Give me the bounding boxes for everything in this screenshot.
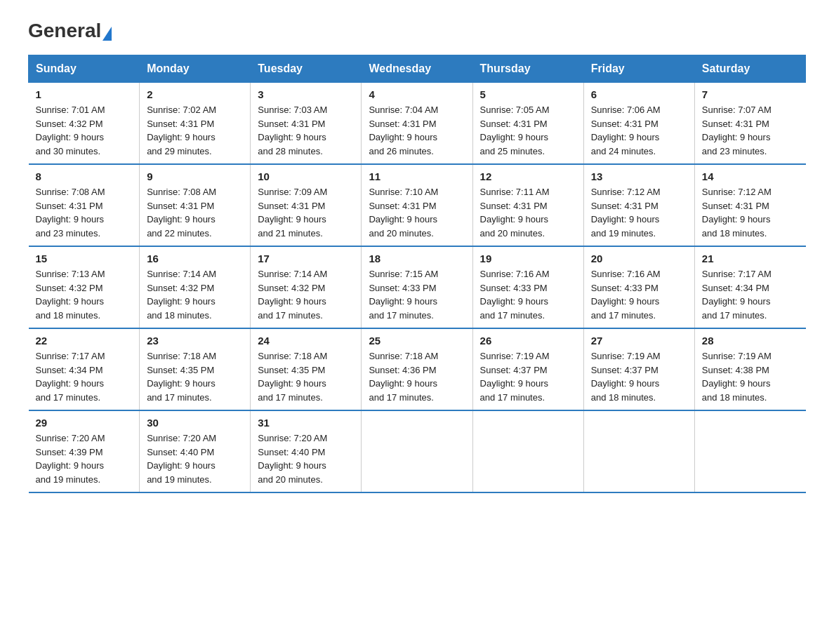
calendar-cell: 18Sunrise: 7:15 AMSunset: 4:33 PMDayligh… <box>362 246 472 328</box>
day-info: Sunrise: 7:16 AMSunset: 4:33 PMDaylight:… <box>480 267 576 322</box>
day-number: 30 <box>147 417 243 429</box>
calendar-cell: 29Sunrise: 7:20 AMSunset: 4:39 PMDayligh… <box>29 410 140 492</box>
day-info: Sunrise: 7:02 AMSunset: 4:31 PMDaylight:… <box>147 103 243 158</box>
calendar-cell: 6Sunrise: 7:06 AMSunset: 4:31 PMDaylight… <box>583 83 694 165</box>
day-number: 23 <box>147 335 243 347</box>
day-number: 24 <box>258 335 354 347</box>
calendar-cell: 13Sunrise: 7:12 AMSunset: 4:31 PMDayligh… <box>583 164 694 246</box>
day-number: 13 <box>591 170 687 182</box>
day-number: 14 <box>702 170 799 182</box>
calendar-cell: 3Sunrise: 7:03 AMSunset: 4:31 PMDaylight… <box>251 83 362 165</box>
calendar-cell: 7Sunrise: 7:07 AMSunset: 4:31 PMDaylight… <box>694 83 805 165</box>
day-number: 20 <box>591 253 687 264</box>
day-info: Sunrise: 7:03 AMSunset: 4:31 PMDaylight:… <box>258 103 354 158</box>
day-number: 6 <box>591 88 687 100</box>
calendar-cell <box>362 410 472 492</box>
day-info: Sunrise: 7:13 AMSunset: 4:32 PMDaylight:… <box>36 267 133 322</box>
weekday-header-sunday: Sunday <box>29 55 140 83</box>
day-info: Sunrise: 7:07 AMSunset: 4:31 PMDaylight:… <box>702 103 799 158</box>
calendar-cell: 20Sunrise: 7:16 AMSunset: 4:33 PMDayligh… <box>583 246 694 328</box>
calendar-cell: 11Sunrise: 7:10 AMSunset: 4:31 PMDayligh… <box>362 164 472 246</box>
day-number: 2 <box>147 88 243 100</box>
calendar-cell: 9Sunrise: 7:08 AMSunset: 4:31 PMDaylight… <box>140 164 251 246</box>
day-info: Sunrise: 7:01 AMSunset: 4:32 PMDaylight:… <box>36 103 133 158</box>
day-info: Sunrise: 7:10 AMSunset: 4:31 PMDaylight:… <box>369 185 465 240</box>
day-info: Sunrise: 7:18 AMSunset: 4:35 PMDaylight:… <box>147 349 243 404</box>
day-number: 25 <box>369 335 465 347</box>
day-number: 31 <box>258 417 354 429</box>
day-number: 4 <box>369 88 465 100</box>
day-number: 8 <box>36 170 133 182</box>
day-info: Sunrise: 7:14 AMSunset: 4:32 PMDaylight:… <box>258 267 354 322</box>
day-info: Sunrise: 7:18 AMSunset: 4:36 PMDaylight:… <box>369 349 465 404</box>
calendar-cell: 10Sunrise: 7:09 AMSunset: 4:31 PMDayligh… <box>251 164 362 246</box>
calendar-week-row: 1Sunrise: 7:01 AMSunset: 4:32 PMDaylight… <box>29 83 806 165</box>
calendar-cell: 12Sunrise: 7:11 AMSunset: 4:31 PMDayligh… <box>472 164 583 246</box>
calendar-cell: 8Sunrise: 7:08 AMSunset: 4:31 PMDaylight… <box>29 164 140 246</box>
page-header: General <box>28 21 806 41</box>
day-number: 22 <box>36 335 133 347</box>
calendar-cell: 22Sunrise: 7:17 AMSunset: 4:34 PMDayligh… <box>29 328 140 410</box>
weekday-header-friday: Friday <box>583 55 694 83</box>
day-info: Sunrise: 7:09 AMSunset: 4:31 PMDaylight:… <box>258 185 354 240</box>
day-number: 21 <box>702 253 799 264</box>
day-number: 15 <box>36 253 133 264</box>
day-info: Sunrise: 7:19 AMSunset: 4:37 PMDaylight:… <box>480 349 576 404</box>
day-number: 10 <box>258 170 354 182</box>
day-info: Sunrise: 7:15 AMSunset: 4:33 PMDaylight:… <box>369 267 465 322</box>
day-info: Sunrise: 7:16 AMSunset: 4:33 PMDaylight:… <box>591 267 687 322</box>
day-number: 5 <box>480 88 576 100</box>
calendar-cell: 16Sunrise: 7:14 AMSunset: 4:32 PMDayligh… <box>140 246 251 328</box>
day-number: 7 <box>702 88 799 100</box>
day-number: 1 <box>36 88 133 100</box>
day-info: Sunrise: 7:12 AMSunset: 4:31 PMDaylight:… <box>591 185 687 240</box>
calendar-week-row: 29Sunrise: 7:20 AMSunset: 4:39 PMDayligh… <box>29 410 806 492</box>
calendar-cell: 4Sunrise: 7:04 AMSunset: 4:31 PMDaylight… <box>362 83 472 165</box>
calendar-table: SundayMondayTuesdayWednesdayThursdayFrid… <box>28 55 806 493</box>
calendar-cell: 5Sunrise: 7:05 AMSunset: 4:31 PMDaylight… <box>472 83 583 165</box>
weekday-header-saturday: Saturday <box>694 55 805 83</box>
day-info: Sunrise: 7:19 AMSunset: 4:37 PMDaylight:… <box>591 349 687 404</box>
day-number: 27 <box>591 335 687 347</box>
day-info: Sunrise: 7:08 AMSunset: 4:31 PMDaylight:… <box>147 185 243 240</box>
calendar-cell: 30Sunrise: 7:20 AMSunset: 4:40 PMDayligh… <box>140 410 251 492</box>
calendar-week-row: 8Sunrise: 7:08 AMSunset: 4:31 PMDaylight… <box>29 164 806 246</box>
day-info: Sunrise: 7:17 AMSunset: 4:34 PMDaylight:… <box>36 349 133 404</box>
calendar-cell: 15Sunrise: 7:13 AMSunset: 4:32 PMDayligh… <box>29 246 140 328</box>
day-info: Sunrise: 7:04 AMSunset: 4:31 PMDaylight:… <box>369 103 465 158</box>
calendar-cell: 31Sunrise: 7:20 AMSunset: 4:40 PMDayligh… <box>251 410 362 492</box>
day-info: Sunrise: 7:18 AMSunset: 4:35 PMDaylight:… <box>258 349 354 404</box>
day-number: 26 <box>480 335 576 347</box>
day-info: Sunrise: 7:12 AMSunset: 4:31 PMDaylight:… <box>702 185 799 240</box>
calendar-cell <box>694 410 805 492</box>
weekday-header-tuesday: Tuesday <box>251 55 362 83</box>
day-number: 9 <box>147 170 243 182</box>
calendar-cell: 28Sunrise: 7:19 AMSunset: 4:38 PMDayligh… <box>694 328 805 410</box>
day-info: Sunrise: 7:06 AMSunset: 4:31 PMDaylight:… <box>591 103 687 158</box>
calendar-cell: 1Sunrise: 7:01 AMSunset: 4:32 PMDaylight… <box>29 83 140 165</box>
calendar-cell: 27Sunrise: 7:19 AMSunset: 4:37 PMDayligh… <box>583 328 694 410</box>
day-number: 28 <box>702 335 799 347</box>
day-info: Sunrise: 7:11 AMSunset: 4:31 PMDaylight:… <box>480 185 576 240</box>
calendar-cell: 23Sunrise: 7:18 AMSunset: 4:35 PMDayligh… <box>140 328 251 410</box>
day-info: Sunrise: 7:19 AMSunset: 4:38 PMDaylight:… <box>702 349 799 404</box>
weekday-header-wednesday: Wednesday <box>362 55 472 83</box>
day-number: 12 <box>480 170 576 182</box>
day-number: 16 <box>147 253 243 264</box>
calendar-cell: 25Sunrise: 7:18 AMSunset: 4:36 PMDayligh… <box>362 328 472 410</box>
day-number: 11 <box>369 170 465 182</box>
day-number: 17 <box>258 253 354 264</box>
day-number: 18 <box>369 253 465 264</box>
weekday-header-row: SundayMondayTuesdayWednesdayThursdayFrid… <box>29 55 806 83</box>
calendar-cell: 21Sunrise: 7:17 AMSunset: 4:34 PMDayligh… <box>694 246 805 328</box>
calendar-cell: 19Sunrise: 7:16 AMSunset: 4:33 PMDayligh… <box>472 246 583 328</box>
day-number: 3 <box>258 88 354 100</box>
calendar-week-row: 22Sunrise: 7:17 AMSunset: 4:34 PMDayligh… <box>29 328 806 410</box>
logo-general-text: General <box>28 21 101 41</box>
day-info: Sunrise: 7:05 AMSunset: 4:31 PMDaylight:… <box>480 103 576 158</box>
day-info: Sunrise: 7:14 AMSunset: 4:32 PMDaylight:… <box>147 267 243 322</box>
calendar-cell <box>583 410 694 492</box>
weekday-header-monday: Monday <box>140 55 251 83</box>
day-info: Sunrise: 7:20 AMSunset: 4:40 PMDaylight:… <box>147 431 243 486</box>
calendar-cell: 26Sunrise: 7:19 AMSunset: 4:37 PMDayligh… <box>472 328 583 410</box>
